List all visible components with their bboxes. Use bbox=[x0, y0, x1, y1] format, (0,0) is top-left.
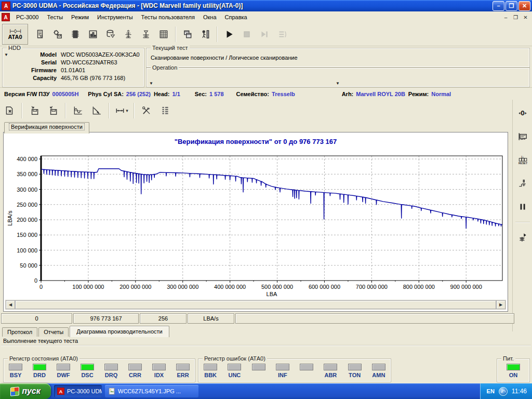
toolbar-grid-table-button[interactable] bbox=[155, 26, 172, 43]
image-viewer-icon bbox=[108, 388, 115, 395]
side-power-circuit-button[interactable] bbox=[514, 174, 531, 193]
menu-item-6[interactable]: Окна bbox=[199, 12, 221, 22]
svg-text:700 000 000: 700 000 000 bbox=[356, 284, 388, 290]
led-label: DRQ bbox=[105, 372, 117, 378]
operation-dropdown-arrow-2[interactable]: ▼ bbox=[336, 81, 340, 86]
led-indicator bbox=[128, 364, 142, 370]
start-button[interactable]: пуск bbox=[0, 383, 51, 399]
test-toolbar-line-chart-button[interactable] bbox=[87, 103, 106, 118]
register-led-dsc: DSC bbox=[77, 364, 98, 378]
main-toolbar: ⊢◊⊣ ATA0 bbox=[0, 23, 532, 46]
mdi-close-button[interactable]: ✕ bbox=[521, 14, 530, 21]
svg-text:350 000: 350 000 bbox=[17, 171, 37, 177]
bottom-tab-протокол[interactable]: Протокол bbox=[2, 327, 37, 337]
dropdown-arrow-icon[interactable]: ▾ bbox=[126, 108, 128, 113]
status-label: Phys Cyl SA: bbox=[88, 91, 123, 97]
data-list-icon bbox=[160, 105, 170, 116]
test-toolbar-save-out-button[interactable] bbox=[44, 103, 62, 118]
stop-icon bbox=[242, 29, 252, 39]
toolbar-database-button[interactable] bbox=[102, 26, 119, 43]
status-label: Версия F/W ПЗУ bbox=[4, 91, 50, 97]
hdd-value: 465,76 GB (976 773 168) bbox=[61, 75, 125, 81]
menu-item-1[interactable]: PC-3000 bbox=[12, 12, 43, 22]
toolbar-chip-button[interactable] bbox=[66, 26, 84, 43]
ata-bus-icon: ⊢◊⊣ bbox=[9, 29, 21, 34]
operation-panel: Operation ▼ ▼ bbox=[146, 68, 530, 87]
mdi-minimize-button[interactable]: – bbox=[501, 14, 510, 21]
taskbar-task-2[interactable]: WCC6Z7LS45Y1.JPG ... bbox=[105, 385, 198, 397]
toolbar-antenna-sync-button[interactable] bbox=[137, 26, 155, 43]
script-info-icon bbox=[35, 29, 45, 39]
toolbar-script-info-button[interactable] bbox=[31, 26, 49, 43]
side-pci-card-button[interactable] bbox=[514, 127, 531, 146]
toolbar-person-exit-button[interactable] bbox=[196, 26, 214, 43]
tray-update-icon[interactable]: ⤺ bbox=[499, 387, 508, 396]
svg-text:A: A bbox=[59, 389, 63, 394]
toolbar-separator bbox=[109, 103, 110, 118]
antenna-tower-icon bbox=[123, 29, 134, 39]
menu-item-5[interactable]: Тесты пользователя bbox=[137, 12, 199, 22]
led-label: ABR bbox=[324, 372, 337, 378]
test-toolbar-range-ruler-button[interactable]: ▾ bbox=[112, 103, 131, 118]
readout-cell-2: 976 773 167 bbox=[73, 313, 139, 324]
range-ruler-icon bbox=[115, 105, 125, 116]
task-label: WCC6Z7LS45Y1.JPG ... bbox=[118, 388, 181, 394]
svg-text:300 000: 300 000 bbox=[17, 187, 37, 193]
toolbar-separator bbox=[65, 103, 66, 118]
side-reset-counter-button[interactable]: 1↓RESET bbox=[514, 151, 531, 169]
register-led-dwf: DWF bbox=[53, 364, 74, 378]
toolbar-antenna-tower-button[interactable] bbox=[119, 26, 137, 43]
side-pause-button[interactable] bbox=[514, 197, 531, 216]
bottom-tab-отчеты[interactable]: Отчеты bbox=[38, 327, 69, 337]
minimize-button[interactable]: – bbox=[493, 1, 504, 11]
hdd-dropdown-arrow[interactable]: ▼ bbox=[4, 52, 8, 57]
side-power-start-button[interactable] bbox=[514, 228, 531, 247]
menu-item-3[interactable]: Режим bbox=[67, 12, 93, 22]
tab-surface-verification[interactable]: Верификация поверхности bbox=[4, 122, 89, 134]
test-toolbar-wave-chart-button[interactable] bbox=[69, 103, 87, 118]
hdd-value: WDC WD5003AZEX-00K3CA0 bbox=[61, 51, 140, 58]
chart-horizontal-scrollbar[interactable]: ◀ ▶ bbox=[5, 300, 506, 310]
menu-item-4[interactable]: Инструменты bbox=[93, 12, 137, 22]
title-bar: A PC-3000 UDMA - Российская Федерация - … bbox=[0, 0, 532, 11]
language-indicator[interactable]: EN bbox=[487, 388, 495, 394]
save-out-icon bbox=[48, 105, 58, 116]
operation-legend: Operation bbox=[151, 64, 179, 71]
toolbar-copy-windows-button[interactable] bbox=[179, 26, 196, 43]
taskbar-task-1[interactable]: APC-3000 UDMA bbox=[54, 385, 102, 397]
tab-surface-verification-label: Верификация поверхности bbox=[9, 123, 85, 130]
menu-item-2[interactable]: Тесты bbox=[43, 12, 67, 22]
menu-item-7[interactable]: Справка bbox=[221, 12, 251, 22]
current-test-value: Сканирование поверхности / Логическое ск… bbox=[151, 55, 529, 61]
scroll-left-arrow[interactable]: ◀ bbox=[6, 300, 15, 309]
toolbar-play-button[interactable] bbox=[220, 26, 238, 43]
scroll-right-arrow[interactable]: ▶ bbox=[496, 300, 506, 309]
bottom-tab-диаграмма-производительности[interactable]: Диаграмма производительности bbox=[70, 326, 169, 337]
restore-button[interactable]: ❐ bbox=[506, 1, 517, 11]
hdd-panel-legend: HDD bbox=[7, 45, 22, 51]
pc3000-icon: A bbox=[57, 388, 64, 395]
close-button[interactable]: ✕ bbox=[518, 1, 530, 11]
svg-text:800 000 000: 800 000 000 bbox=[403, 284, 435, 290]
status-label: Семейство: bbox=[236, 91, 269, 97]
scroll-thumb[interactable] bbox=[15, 300, 496, 309]
database-icon bbox=[105, 29, 116, 39]
svg-text:0: 0 bbox=[521, 109, 524, 117]
side-zero-adjust-button[interactable]: 0 bbox=[514, 104, 531, 123]
test-toolbar-tools-button[interactable] bbox=[137, 103, 156, 118]
mdi-restore-button[interactable]: ❐ bbox=[511, 14, 520, 21]
line-chart-icon bbox=[91, 105, 102, 116]
svg-text:100 000: 100 000 bbox=[17, 247, 37, 254]
led-indicator bbox=[300, 364, 313, 370]
test-toolbar-save-in-button[interactable] bbox=[25, 103, 44, 118]
led-indicator bbox=[324, 364, 337, 370]
toolbar-gear-save-button[interactable] bbox=[49, 26, 66, 43]
toolbar-chart-card-button[interactable] bbox=[84, 26, 102, 43]
test-toolbar-data-list-button[interactable] bbox=[156, 103, 175, 118]
wave-chart-icon bbox=[73, 105, 83, 116]
ata0-port-button[interactable]: ⊢◊⊣ ATA0 bbox=[2, 24, 28, 45]
toolbar-step-forward-button bbox=[256, 26, 273, 43]
test-toolbar-new-report-button[interactable] bbox=[0, 103, 19, 118]
operation-dropdown-arrow[interactable]: ▼ bbox=[149, 81, 153, 86]
svg-text:100 000 000: 100 000 000 bbox=[72, 284, 104, 290]
